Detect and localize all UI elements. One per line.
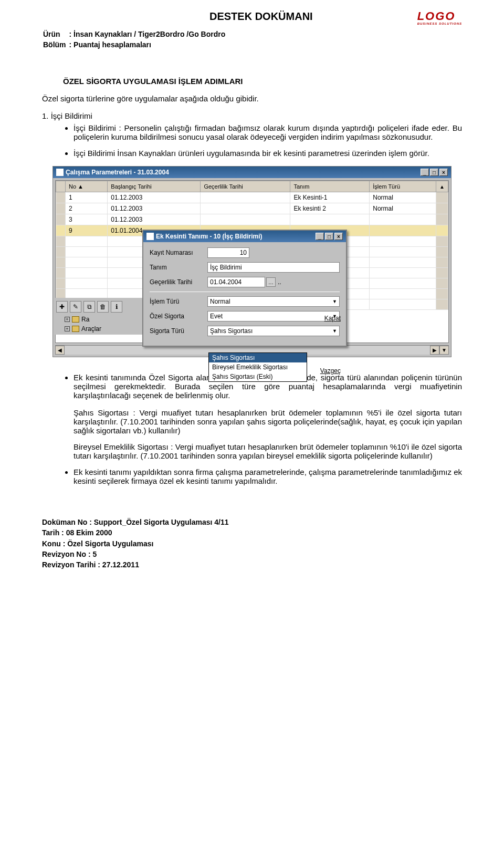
inner-window: Ek Kesinti Tanımı - 10 (İşç Bildirimi) _…	[142, 230, 347, 347]
dots-label: ..	[278, 278, 281, 286]
outer-window-titlebar[interactable]: Çalışma Parametreleri - 31.03.2004 _ □ ×	[53, 167, 451, 178]
islem-select[interactable]: Normal ▼	[207, 296, 340, 307]
grid-corner	[56, 181, 66, 192]
step-1-heading: 1. İşçi Bildirimi	[42, 111, 462, 120]
edit-icon[interactable]: ✎	[70, 301, 81, 313]
copy-icon[interactable]: ⧉	[83, 301, 95, 313]
table-row[interactable]: 3 01.12.2003	[56, 214, 448, 225]
nested-para: Bireysel Emeklilik Sigortası : Vergi mua…	[74, 442, 462, 460]
scroll-up-icon[interactable]: ▲	[436, 181, 448, 192]
scroll-down-icon[interactable]: ▼	[439, 346, 449, 355]
chevron-down-icon: ▼	[332, 328, 337, 334]
delete-icon[interactable]: 🗑	[97, 301, 109, 313]
bolum-label: Bölüm	[43, 40, 68, 49]
close-icon[interactable]: ×	[334, 233, 343, 240]
folder-icon	[72, 316, 79, 323]
section-intro: Özel sigorta türlerine göre uygulamalar …	[42, 94, 462, 103]
outer-window-title: Çalışma Parametreleri - 31.03.2004	[66, 169, 169, 176]
footer-line: Doküman No : Support_Özel Sigorta Uygula…	[42, 517, 462, 527]
dropdown-option[interactable]: Bireysel Emeklilik Sigortası	[209, 362, 307, 372]
bullet: İşçi Bildirimi : Personelin çalıştığı fi…	[74, 123, 462, 141]
sigorta-label: Sigorta Türü	[150, 327, 207, 335]
inner-window-title: Ek Kesinti Tanımı - 10 (İşç Bildirimi)	[156, 233, 262, 240]
logo-text: LOGO	[417, 9, 456, 23]
gecerlilik-label: Geçerlilik Tarihi	[150, 278, 207, 286]
tree-item[interactable]: + Araçlar	[55, 325, 140, 333]
inner-window-titlebar[interactable]: Ek Kesinti Tanımı - 10 (İşç Bildirimi) _…	[143, 231, 346, 242]
gecerlilik-input[interactable]: 01.04.2004	[207, 277, 265, 287]
window-icon	[146, 233, 154, 240]
top-bullet-list: İşçi Bildirimi : Personelin çalıştığı fi…	[42, 123, 462, 158]
last-bullet-list: Ek kesinti tanımı yapıldıktan sonra firm…	[42, 468, 462, 485]
left-toolbar: ✚ ✎ ⧉ 🗑 ℹ + Ra + Araçlar	[53, 298, 142, 335]
date-picker-icon[interactable]: …	[266, 277, 276, 287]
bullet: İşçi Bildirimi İnsan Kaynakları ürünleri…	[74, 149, 462, 158]
page-header: DESTEK DOKÜMANI LOGO BUSINESS SOLUTIONS	[42, 11, 462, 25]
col-baslangic[interactable]: Başlangıç Tarihi	[108, 181, 201, 192]
kayit-input[interactable]: 10	[207, 247, 249, 258]
dropdown-option[interactable]: Şahıs Sigortası	[209, 353, 307, 362]
maximize-icon[interactable]: □	[325, 233, 333, 240]
footer-line: Revizyon Tarihi : 27.12.2011	[42, 559, 462, 570]
dropdown-option[interactable]: Şahıs Sigortası (Eski)	[209, 372, 307, 381]
doc-title: DESTEK DOKÜMANI	[105, 11, 417, 23]
sigorta-dropdown-list[interactable]: Şahıs Sigortası Bireysel Emeklilik Sigor…	[208, 352, 307, 382]
section-title: ÖZEL SİGORTA UYGULAMASI İŞLEM ADIMLARI	[63, 77, 462, 86]
screenshot-outer-window: Çalışma Parametreleri - 31.03.2004 _ □ ×…	[52, 166, 452, 357]
footer-line: Tarih : 08 Ekim 2000	[42, 527, 462, 538]
folder-icon	[72, 326, 79, 332]
minimize-icon[interactable]: _	[316, 233, 324, 240]
ozel-label: Özel Sigorta	[150, 313, 207, 320]
kayit-label: Kayıt Numarası	[150, 249, 207, 256]
divider	[150, 292, 340, 292]
bolum-value: : Puantaj hesaplamaları	[69, 40, 228, 49]
page-footer: Doküman No : Support_Özel Sigorta Uygula…	[42, 517, 462, 570]
minimize-icon[interactable]: _	[421, 169, 429, 176]
sigorta-select[interactable]: Şahıs Sigortası ▼	[207, 326, 340, 336]
col-islem[interactable]: İşlem Türü	[370, 181, 436, 192]
logo: LOGO BUSINESS SOLUTIONS	[417, 11, 462, 25]
vazgec-button[interactable]: Vazgeç	[309, 367, 341, 375]
tree-label: Ra	[81, 316, 89, 323]
islem-label: İşlem Türü	[150, 298, 207, 305]
urun-label: Ürün	[43, 29, 68, 39]
col-no[interactable]: No ▲	[66, 181, 108, 192]
tree-label: Araçlar	[81, 325, 101, 333]
expand-icon[interactable]: +	[65, 326, 70, 331]
info-icon[interactable]: ℹ	[111, 301, 122, 313]
table-row[interactable]: 1 01.12.2003 Ek Kesinti-1 Normal	[56, 192, 448, 203]
col-tanim[interactable]: Tanım	[290, 181, 370, 192]
col-gecerlilik[interactable]: Geçerlilik Tarihi	[201, 181, 290, 192]
urun-value: : İnsan Kaynakları / Tiger2Bordro /Go Bo…	[69, 29, 228, 39]
meta-table: Ürün : İnsan Kaynakları / Tiger2Bordro /…	[42, 28, 228, 50]
chevron-down-icon: ▼	[332, 299, 337, 304]
window-icon	[56, 169, 64, 176]
scroll-right-icon[interactable]: ▶	[430, 346, 439, 355]
tanim-label: Tanım	[150, 264, 207, 271]
expand-icon[interactable]: +	[65, 317, 70, 322]
nested-para: Şahıs Sigortası : Vergi muafiyet tutarı …	[74, 408, 462, 435]
tanim-input[interactable]: İşç Bildirimi	[207, 262, 340, 273]
footer-line: Revizyon No : 5	[42, 549, 462, 559]
footer-line: Konu : Özel Sigorta Uygulaması	[42, 538, 462, 549]
maximize-icon[interactable]: □	[430, 169, 438, 176]
bullet: Ek kesinti tanımı yapıldıktan sonra firm…	[74, 468, 462, 485]
new-icon[interactable]: ✚	[56, 301, 68, 313]
scroll-left-icon[interactable]: ◀	[55, 346, 65, 355]
logo-subtext: BUSINESS SOLUTIONS	[417, 22, 462, 25]
tree-item[interactable]: + Ra	[55, 316, 140, 323]
close-icon[interactable]: ×	[439, 169, 448, 176]
table-row[interactable]: 2 01.12.2003 Ek kesinti 2 Normal	[56, 203, 448, 214]
kapat-button[interactable]: Kapat	[309, 315, 341, 322]
